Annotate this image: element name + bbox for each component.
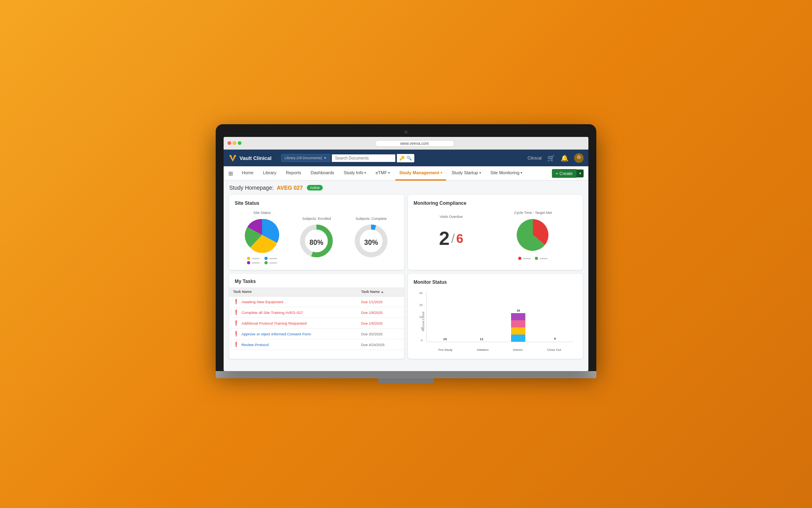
complete-donut: 30% (353, 223, 389, 259)
bar-value-prestudy: 19 (443, 337, 447, 341)
legend-line-green (269, 262, 277, 264)
menu-item-etmf[interactable]: eTMF ▾ (372, 166, 394, 181)
search-icon[interactable]: 🔍 (406, 156, 412, 161)
menu-etmf-label: eTMF (375, 170, 387, 175)
cycle-time-group: Cycle Time - Target Met (514, 211, 552, 260)
complete-donut-group: Subjects: Complete 30% (353, 217, 389, 259)
nav-cart-icon[interactable]: 🛒 (547, 154, 555, 162)
menu-home-label: Home (242, 170, 253, 175)
study-name-link[interactable]: AVEG 027 (277, 185, 303, 191)
task-due-3: Due 1/9/2025 (357, 318, 404, 329)
y-label-0: 0 (421, 339, 422, 342)
task-name-cell-1: ❗ Awaiting New Equipment (229, 296, 357, 307)
menu-item-studymgmt[interactable]: Study Management ▾ (395, 166, 446, 181)
task-due-4: Due 3/2/2025 (357, 329, 404, 339)
laptop-camera (404, 131, 408, 134)
bar-group-initiation: 11 (475, 337, 489, 342)
monitoring-charts: Visits Overdue 2 / 6 Cycle Time - Target… (414, 211, 577, 260)
task-link-1[interactable]: Awaiting New Equipment (241, 300, 283, 304)
monitor-status-card: Monitor Status Record Count 20 15 10 5 0 (408, 274, 583, 359)
menu-item-studyinfo[interactable]: Study Info ▾ (340, 166, 370, 181)
menu-item-sitemonitoring[interactable]: Site Monitoring ▾ (486, 166, 526, 181)
bar-chart-area: 19 11 16 (426, 291, 573, 342)
menu-studymgmt-label: Study Management (399, 170, 439, 175)
laptop-bezel: www.veeva.com Vault Clinical Library (Al… (216, 124, 596, 371)
dot-yellow[interactable] (233, 141, 236, 145)
monitor-status-title: Monitor Status (414, 279, 577, 285)
col-task-name: Task Name (229, 287, 357, 296)
bar-group-interim: 16 (511, 309, 525, 342)
overdue-denom: 6 (456, 231, 463, 246)
menu-item-studystartup[interactable]: Study Startup ▾ (448, 166, 485, 181)
svg-point-1 (577, 155, 581, 159)
legend-green2 (535, 257, 548, 260)
enrolled-donut: 80% (299, 223, 334, 259)
tasks-header: My Tasks (229, 274, 404, 287)
menu-studyinfo-label: Study Info (344, 170, 364, 175)
task-error-icon-4: ❗ (233, 331, 239, 337)
task-link-5[interactable]: Review Protocol (241, 343, 269, 347)
nav-library-selector[interactable]: Library (All Documents) ▼ (281, 154, 330, 162)
task-error-icon-1: ❗ (233, 299, 239, 304)
site-status-title: Site Status (235, 200, 398, 206)
y-label-20: 20 (419, 291, 423, 295)
url-text[interactable]: www.veeva.com (375, 140, 454, 147)
menu-dashboards-label: Dashboards (311, 170, 334, 175)
bar-value-initiation: 11 (480, 337, 483, 341)
dot-red[interactable] (228, 141, 231, 145)
studyinfo-caret: ▾ (364, 171, 366, 175)
dashboard-grid-top: Site Status Site Status (229, 195, 583, 270)
menu-library-label: Library (263, 170, 276, 175)
laptop-stand (378, 378, 434, 384)
bar-interim-yellow (511, 327, 525, 335)
task-link-4[interactable]: Approve or reject Informed Consent Form (241, 332, 311, 336)
page-title: Study Homepage: AVEG 027 (229, 185, 303, 191)
search-key-icon: 🔑 (399, 156, 405, 161)
site-status-pie-group: Site Status (244, 211, 280, 264)
create-btn-wrapper: + Create ▾ (552, 169, 584, 178)
dot-green[interactable] (238, 141, 241, 145)
search-input[interactable] (332, 154, 395, 162)
grid-icon[interactable]: ⊞ (228, 170, 233, 177)
site-status-pie-label: Site Status (253, 211, 271, 215)
nav-bell-icon[interactable]: 🔔 (561, 154, 569, 162)
menu-reports-label: Reports (286, 170, 301, 175)
laptop-screen: www.veeva.com Vault Clinical Library (Al… (224, 137, 588, 371)
library-caret: ▼ (324, 156, 327, 160)
task-error-icon-2: ❗ (233, 310, 239, 315)
tasks-table-header-row: Task Name Task Name ▲ (229, 287, 404, 296)
menu-item-home[interactable]: Home (238, 166, 257, 181)
menu-item-dashboards[interactable]: Dashboards (307, 166, 338, 181)
menu-item-library[interactable]: Library (259, 166, 280, 181)
y-axis: 20 15 10 5 0 (419, 291, 423, 342)
library-label: Library (All Documents) (285, 156, 322, 160)
cycle-time-label: Cycle Time - Target Met (514, 211, 552, 215)
menu-item-reports[interactable]: Reports (282, 166, 305, 181)
legend-dot-blue (264, 257, 268, 260)
create-button[interactable]: + Create (552, 169, 577, 178)
task-link-3[interactable]: Additional Protocol Training Requested (241, 321, 306, 325)
complete-label: Subjects: Complete (356, 217, 387, 221)
legend-dot-red (518, 257, 521, 260)
legend-red (518, 257, 531, 260)
laptop-base (216, 371, 596, 378)
task-name-cell-2: ❗ Complete all Site Training AVEG-027 (229, 307, 357, 318)
nav-logo-text: Vault Clinical (239, 155, 272, 161)
sitemonitoring-caret: ▾ (521, 171, 522, 175)
task-link-2[interactable]: Complete all Site Training AVEG-027 (241, 310, 303, 315)
create-dropdown-button[interactable]: ▾ (576, 169, 584, 177)
nav-clinical-label[interactable]: Clinical (528, 156, 542, 160)
menu-sitemonitoring-label: Site Monitoring (490, 170, 519, 175)
task-error-icon-5: ❗ (233, 342, 239, 347)
bar-interim-blue (511, 335, 525, 342)
svg-marker-0 (229, 155, 236, 162)
user-avatar[interactable] (574, 153, 584, 163)
menu-bar: ⊞ Home Library Reports Dashboards Study … (224, 166, 588, 181)
task-due-5: Due 4/24/2025 (357, 339, 404, 350)
legend-dot-yellow (247, 257, 250, 260)
site-status-pie (244, 217, 280, 253)
bar-group-closeout: 0 (548, 337, 562, 342)
bar-interim-purple (511, 313, 525, 320)
bar-chart-container: Record Count 20 15 10 5 0 (414, 290, 577, 353)
tasks-card: My Tasks Task Name Task Name ▲ (229, 274, 404, 359)
